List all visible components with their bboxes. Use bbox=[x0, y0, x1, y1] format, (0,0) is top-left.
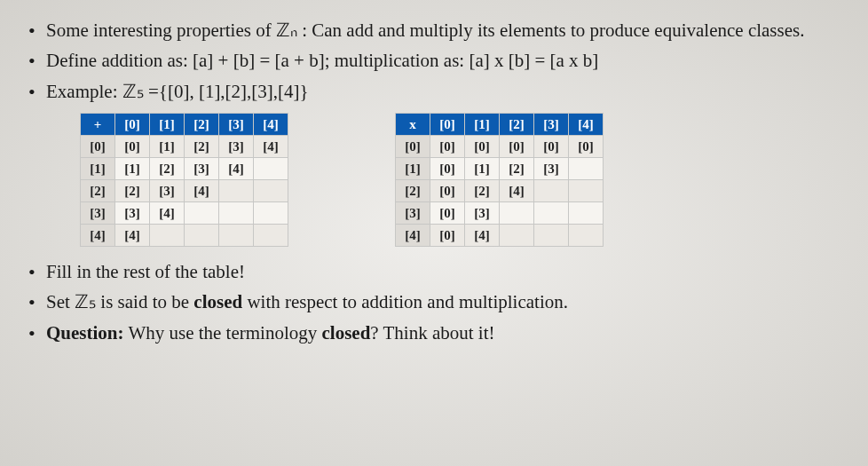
text-span: Why use the terminology bbox=[124, 322, 322, 344]
table-cell bbox=[569, 202, 604, 225]
table-cell: [3] bbox=[150, 180, 185, 202]
table-cell: [0] bbox=[500, 136, 534, 158]
tables-container: + [0] [1] [2] [3] [4] [0] [0] [1] [2] [3… bbox=[80, 113, 841, 247]
row-header: [4] bbox=[81, 225, 115, 247]
table-cell: [3] bbox=[115, 202, 150, 225]
table-cell: [4] bbox=[254, 136, 288, 158]
table-cell bbox=[534, 225, 569, 247]
bottom-bullet-list: Fill in the rest of the table! Set ℤ₅ is… bbox=[27, 259, 841, 345]
table-cell: [3] bbox=[465, 202, 500, 225]
table-cell: [4] bbox=[500, 180, 534, 202]
table-cell bbox=[254, 180, 288, 202]
table-cell bbox=[219, 202, 254, 225]
table-cell bbox=[219, 225, 254, 247]
table-cell: [0] bbox=[465, 136, 500, 158]
table-cell bbox=[569, 158, 604, 180]
row-header: [0] bbox=[81, 136, 115, 158]
table-cell: [4] bbox=[465, 225, 500, 247]
table-cell bbox=[219, 180, 254, 202]
table-cell bbox=[534, 202, 569, 225]
table-cell bbox=[150, 225, 185, 247]
bold-text: closed bbox=[322, 322, 371, 344]
table-op-cell: x bbox=[396, 114, 430, 136]
row-header: [3] bbox=[396, 202, 430, 225]
table-cell: [0] bbox=[430, 225, 465, 247]
table-cell: [4] bbox=[115, 225, 150, 247]
row-header: [2] bbox=[81, 180, 115, 202]
text-span: Set ℤ₅ is said to be bbox=[46, 291, 193, 312]
addition-table: + [0] [1] [2] [3] [4] [0] [0] [1] [2] [3… bbox=[80, 113, 288, 247]
bullet-item: Some interesting properties of ℤₙ : Can … bbox=[27, 18, 841, 43]
row-header: [3] bbox=[81, 202, 115, 225]
table-cell bbox=[254, 225, 288, 247]
col-header: [1] bbox=[150, 114, 185, 136]
table-cell: [1] bbox=[115, 158, 150, 180]
row-header: [1] bbox=[81, 158, 115, 180]
table-cell: [3] bbox=[219, 136, 254, 158]
table-cell: [0] bbox=[534, 136, 569, 158]
table-cell: [0] bbox=[430, 158, 465, 180]
table-cell: [0] bbox=[569, 136, 604, 158]
table-cell: [4] bbox=[185, 180, 219, 202]
text-span: with respect to addition and multiplicat… bbox=[242, 291, 568, 312]
top-bullet-list: Some interesting properties of ℤₙ : Can … bbox=[27, 18, 841, 104]
table-cell bbox=[500, 225, 534, 247]
col-header: [3] bbox=[219, 114, 254, 136]
col-header: [1] bbox=[465, 114, 500, 136]
row-header: [2] bbox=[396, 180, 430, 202]
bold-text: Question: bbox=[46, 322, 124, 344]
table-cell bbox=[569, 225, 604, 247]
multiplication-table: x [0] [1] [2] [3] [4] [0] [0] [0] [0] [0… bbox=[395, 113, 604, 247]
bold-text: closed bbox=[193, 291, 242, 312]
table-cell: [1] bbox=[465, 158, 500, 180]
table-cell bbox=[185, 225, 219, 247]
table-cell: [2] bbox=[150, 158, 185, 180]
col-header: [0] bbox=[115, 114, 150, 136]
bullet-item: Fill in the rest of the table! bbox=[27, 259, 841, 284]
table-cell: [0] bbox=[115, 136, 150, 158]
table-cell bbox=[569, 180, 604, 202]
bullet-item: Example: ℤ₅ ={[0], [1],[2],[3],[4]} bbox=[27, 79, 841, 104]
table-cell: [1] bbox=[150, 136, 185, 158]
col-header: [2] bbox=[500, 114, 534, 136]
row-header: [4] bbox=[396, 225, 430, 247]
row-header: [1] bbox=[396, 158, 430, 180]
table-cell bbox=[534, 180, 569, 202]
table-cell: [2] bbox=[500, 158, 534, 180]
table-cell bbox=[500, 202, 534, 225]
bullet-item: Question: Why use the terminology closed… bbox=[27, 320, 841, 345]
table-cell: [0] bbox=[430, 180, 465, 202]
row-header: [0] bbox=[396, 136, 430, 158]
table-cell: [2] bbox=[185, 136, 219, 158]
table-cell: [0] bbox=[430, 202, 465, 225]
col-header: [3] bbox=[534, 114, 569, 136]
col-header: [4] bbox=[254, 114, 288, 136]
table-cell: [3] bbox=[534, 158, 569, 180]
table-cell bbox=[254, 158, 288, 180]
table-cell: [4] bbox=[219, 158, 254, 180]
table-cell: [3] bbox=[185, 158, 219, 180]
col-header: [2] bbox=[185, 114, 219, 136]
bullet-item: Set ℤ₅ is said to be closed with respect… bbox=[27, 289, 841, 314]
table-op-cell: + bbox=[81, 114, 115, 136]
table-cell: [0] bbox=[430, 136, 465, 158]
table-cell bbox=[254, 202, 288, 225]
table-cell: [2] bbox=[465, 180, 500, 202]
text-span: ? Think about it! bbox=[370, 322, 494, 344]
table-cell: [4] bbox=[150, 202, 185, 225]
table-cell: [2] bbox=[115, 180, 150, 202]
col-header: [4] bbox=[569, 114, 604, 136]
bullet-item: Define addition as: [a] + [b] = [a + b];… bbox=[27, 48, 841, 73]
col-header: [0] bbox=[430, 114, 465, 136]
table-cell bbox=[185, 202, 219, 225]
